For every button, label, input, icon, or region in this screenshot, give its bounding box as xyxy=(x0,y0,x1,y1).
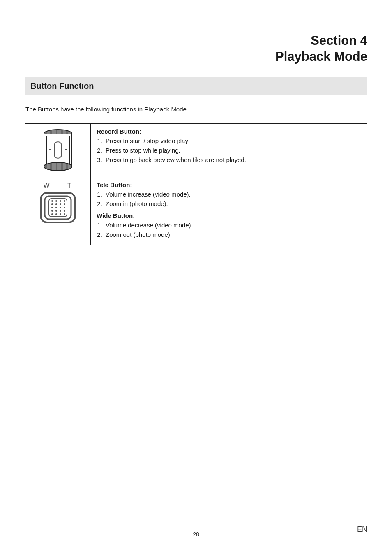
list-item: Press to start / stop video play xyxy=(104,137,361,144)
svg-point-30 xyxy=(60,213,61,215)
svg-point-26 xyxy=(60,210,61,212)
list-item: Volume increase (video mode). xyxy=(104,191,361,198)
zoom-button-icon: W T xyxy=(38,180,78,226)
tele-list: Volume increase (video mode). Zoom in (p… xyxy=(97,191,361,207)
svg-point-15 xyxy=(64,200,65,202)
list-item: Press to go back preview when files are … xyxy=(104,156,361,163)
svg-point-12 xyxy=(51,200,53,202)
list-item: Volume decrease (video mode). xyxy=(104,222,361,229)
t-label: T xyxy=(67,182,71,189)
table-row: W T Tele Button: Vol xyxy=(25,177,367,245)
wide-list: Volume decrease (video mode). Zoom out (… xyxy=(97,222,361,238)
record-list: Press to start / stop video play Press t… xyxy=(97,137,361,163)
svg-point-25 xyxy=(55,210,57,212)
buttons-table: Record Button: Press to start / stop vid… xyxy=(25,123,367,245)
record-title: Record Button: xyxy=(97,128,361,135)
svg-point-22 xyxy=(60,207,61,208)
list-item: Zoom out (photo mode). xyxy=(104,231,361,238)
svg-point-28 xyxy=(51,213,53,215)
description-text: The Buttons have the following functions… xyxy=(25,106,367,113)
svg-point-18 xyxy=(60,204,61,205)
page-number: 28 xyxy=(0,531,392,538)
zoom-button-desc-cell: Tele Button: Volume increase (video mode… xyxy=(91,177,367,245)
svg-point-29 xyxy=(55,213,57,215)
svg-point-16 xyxy=(51,204,53,205)
record-button-icon xyxy=(43,129,73,171)
footer: 28 EN xyxy=(0,531,392,538)
section-line1: Section 4 xyxy=(311,33,367,48)
svg-point-31 xyxy=(64,213,65,215)
svg-point-3 xyxy=(44,162,72,171)
subsection-heading: Button Function xyxy=(25,77,367,95)
svg-point-19 xyxy=(64,204,65,205)
record-button-desc-cell: Record Button: Press to start / stop vid… xyxy=(91,123,367,177)
svg-point-23 xyxy=(64,207,65,208)
record-button-icon-cell xyxy=(25,123,91,177)
svg-point-27 xyxy=(64,210,65,212)
list-item: Zoom in (photo mode). xyxy=(104,200,361,207)
zoom-button-icon-cell: W T xyxy=(25,177,91,245)
svg-point-20 xyxy=(51,207,53,208)
section-line2: Playback Mode xyxy=(275,49,367,64)
section-title: Section 4 Playback Mode xyxy=(25,33,367,65)
list-item: Press to stop while playing. xyxy=(104,147,361,154)
svg-point-21 xyxy=(55,207,57,208)
w-label: W xyxy=(43,182,50,189)
svg-point-17 xyxy=(55,204,57,205)
wide-title: Wide Button: xyxy=(97,212,361,219)
svg-point-24 xyxy=(51,210,53,212)
svg-point-14 xyxy=(60,200,61,202)
svg-point-13 xyxy=(55,200,57,202)
table-row: Record Button: Press to start / stop vid… xyxy=(25,123,367,177)
tele-title: Tele Button: xyxy=(97,181,361,188)
lang-indicator: EN xyxy=(357,525,367,534)
